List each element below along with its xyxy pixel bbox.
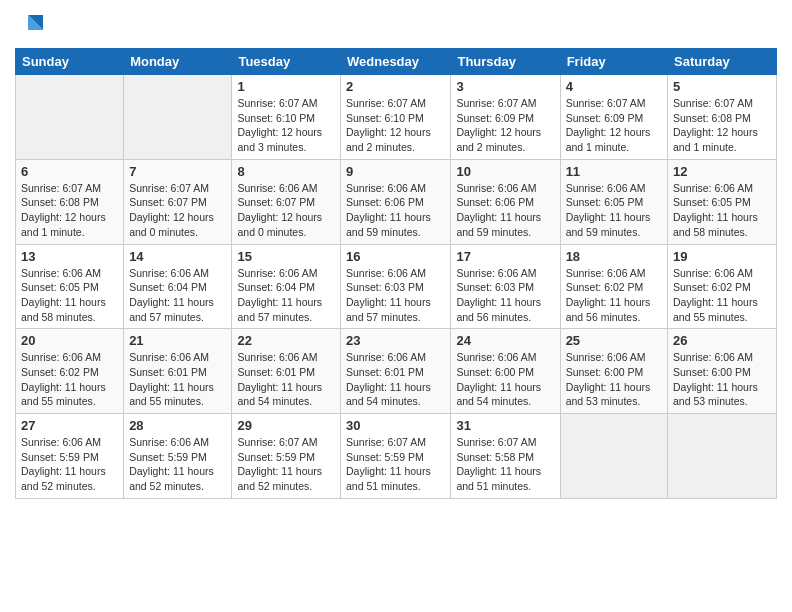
day-info: Sunrise: 6:06 AM Sunset: 6:05 PM Dayligh… bbox=[21, 266, 118, 325]
day-number: 24 bbox=[456, 333, 554, 348]
day-number: 31 bbox=[456, 418, 554, 433]
day-info: Sunrise: 6:06 AM Sunset: 6:00 PM Dayligh… bbox=[456, 350, 554, 409]
day-info: Sunrise: 6:07 AM Sunset: 5:59 PM Dayligh… bbox=[237, 435, 335, 494]
day-info: Sunrise: 6:07 AM Sunset: 6:10 PM Dayligh… bbox=[346, 96, 445, 155]
calendar-cell: 13Sunrise: 6:06 AM Sunset: 6:05 PM Dayli… bbox=[16, 244, 124, 329]
calendar-cell: 14Sunrise: 6:06 AM Sunset: 6:04 PM Dayli… bbox=[124, 244, 232, 329]
calendar-cell bbox=[124, 75, 232, 160]
day-info: Sunrise: 6:06 AM Sunset: 6:02 PM Dayligh… bbox=[673, 266, 771, 325]
day-info: Sunrise: 6:06 AM Sunset: 6:02 PM Dayligh… bbox=[21, 350, 118, 409]
header-saturday: Saturday bbox=[668, 49, 777, 75]
calendar-week-5: 27Sunrise: 6:06 AM Sunset: 5:59 PM Dayli… bbox=[16, 414, 777, 499]
day-number: 20 bbox=[21, 333, 118, 348]
day-number: 9 bbox=[346, 164, 445, 179]
day-number: 3 bbox=[456, 79, 554, 94]
day-info: Sunrise: 6:07 AM Sunset: 5:59 PM Dayligh… bbox=[346, 435, 445, 494]
day-number: 12 bbox=[673, 164, 771, 179]
day-info: Sunrise: 6:06 AM Sunset: 6:01 PM Dayligh… bbox=[237, 350, 335, 409]
day-number: 18 bbox=[566, 249, 662, 264]
day-info: Sunrise: 6:06 AM Sunset: 6:04 PM Dayligh… bbox=[129, 266, 226, 325]
calendar-cell: 10Sunrise: 6:06 AM Sunset: 6:06 PM Dayli… bbox=[451, 159, 560, 244]
day-number: 16 bbox=[346, 249, 445, 264]
calendar-cell: 21Sunrise: 6:06 AM Sunset: 6:01 PM Dayli… bbox=[124, 329, 232, 414]
day-info: Sunrise: 6:06 AM Sunset: 5:59 PM Dayligh… bbox=[129, 435, 226, 494]
calendar-cell: 9Sunrise: 6:06 AM Sunset: 6:06 PM Daylig… bbox=[341, 159, 451, 244]
header-monday: Monday bbox=[124, 49, 232, 75]
calendar-cell: 5Sunrise: 6:07 AM Sunset: 6:08 PM Daylig… bbox=[668, 75, 777, 160]
calendar-cell: 20Sunrise: 6:06 AM Sunset: 6:02 PM Dayli… bbox=[16, 329, 124, 414]
calendar-cell: 16Sunrise: 6:06 AM Sunset: 6:03 PM Dayli… bbox=[341, 244, 451, 329]
day-number: 28 bbox=[129, 418, 226, 433]
day-number: 27 bbox=[21, 418, 118, 433]
calendar-table: SundayMondayTuesdayWednesdayThursdayFrid… bbox=[15, 48, 777, 499]
calendar-cell: 8Sunrise: 6:06 AM Sunset: 6:07 PM Daylig… bbox=[232, 159, 341, 244]
day-number: 22 bbox=[237, 333, 335, 348]
calendar-cell: 22Sunrise: 6:06 AM Sunset: 6:01 PM Dayli… bbox=[232, 329, 341, 414]
calendar-cell: 29Sunrise: 6:07 AM Sunset: 5:59 PM Dayli… bbox=[232, 414, 341, 499]
calendar-cell: 17Sunrise: 6:06 AM Sunset: 6:03 PM Dayli… bbox=[451, 244, 560, 329]
header-sunday: Sunday bbox=[16, 49, 124, 75]
day-info: Sunrise: 6:06 AM Sunset: 6:07 PM Dayligh… bbox=[237, 181, 335, 240]
header-wednesday: Wednesday bbox=[341, 49, 451, 75]
day-number: 19 bbox=[673, 249, 771, 264]
day-number: 23 bbox=[346, 333, 445, 348]
day-info: Sunrise: 6:06 AM Sunset: 6:00 PM Dayligh… bbox=[673, 350, 771, 409]
day-info: Sunrise: 6:07 AM Sunset: 6:09 PM Dayligh… bbox=[566, 96, 662, 155]
day-number: 4 bbox=[566, 79, 662, 94]
day-info: Sunrise: 6:06 AM Sunset: 6:05 PM Dayligh… bbox=[566, 181, 662, 240]
day-info: Sunrise: 6:06 AM Sunset: 6:03 PM Dayligh… bbox=[346, 266, 445, 325]
calendar-cell bbox=[668, 414, 777, 499]
calendar-cell: 31Sunrise: 6:07 AM Sunset: 5:58 PM Dayli… bbox=[451, 414, 560, 499]
calendar-cell: 1Sunrise: 6:07 AM Sunset: 6:10 PM Daylig… bbox=[232, 75, 341, 160]
day-info: Sunrise: 6:06 AM Sunset: 6:06 PM Dayligh… bbox=[346, 181, 445, 240]
calendar-week-3: 13Sunrise: 6:06 AM Sunset: 6:05 PM Dayli… bbox=[16, 244, 777, 329]
day-info: Sunrise: 6:06 AM Sunset: 6:02 PM Dayligh… bbox=[566, 266, 662, 325]
calendar-cell: 15Sunrise: 6:06 AM Sunset: 6:04 PM Dayli… bbox=[232, 244, 341, 329]
day-info: Sunrise: 6:06 AM Sunset: 5:59 PM Dayligh… bbox=[21, 435, 118, 494]
calendar-cell: 2Sunrise: 6:07 AM Sunset: 6:10 PM Daylig… bbox=[341, 75, 451, 160]
day-number: 13 bbox=[21, 249, 118, 264]
calendar-cell: 25Sunrise: 6:06 AM Sunset: 6:00 PM Dayli… bbox=[560, 329, 667, 414]
day-info: Sunrise: 6:07 AM Sunset: 6:07 PM Dayligh… bbox=[129, 181, 226, 240]
day-number: 7 bbox=[129, 164, 226, 179]
calendar-cell: 24Sunrise: 6:06 AM Sunset: 6:00 PM Dayli… bbox=[451, 329, 560, 414]
day-info: Sunrise: 6:06 AM Sunset: 6:06 PM Dayligh… bbox=[456, 181, 554, 240]
header-thursday: Thursday bbox=[451, 49, 560, 75]
calendar-cell: 3Sunrise: 6:07 AM Sunset: 6:09 PM Daylig… bbox=[451, 75, 560, 160]
day-number: 14 bbox=[129, 249, 226, 264]
day-number: 17 bbox=[456, 249, 554, 264]
calendar-week-2: 6Sunrise: 6:07 AM Sunset: 6:08 PM Daylig… bbox=[16, 159, 777, 244]
day-info: Sunrise: 6:06 AM Sunset: 6:05 PM Dayligh… bbox=[673, 181, 771, 240]
header-tuesday: Tuesday bbox=[232, 49, 341, 75]
day-info: Sunrise: 6:07 AM Sunset: 6:10 PM Dayligh… bbox=[237, 96, 335, 155]
day-number: 26 bbox=[673, 333, 771, 348]
calendar-cell: 26Sunrise: 6:06 AM Sunset: 6:00 PM Dayli… bbox=[668, 329, 777, 414]
logo bbox=[15, 10, 48, 40]
calendar-header-row: SundayMondayTuesdayWednesdayThursdayFrid… bbox=[16, 49, 777, 75]
calendar-cell: 27Sunrise: 6:06 AM Sunset: 5:59 PM Dayli… bbox=[16, 414, 124, 499]
day-number: 5 bbox=[673, 79, 771, 94]
day-number: 30 bbox=[346, 418, 445, 433]
day-number: 29 bbox=[237, 418, 335, 433]
calendar-week-4: 20Sunrise: 6:06 AM Sunset: 6:02 PM Dayli… bbox=[16, 329, 777, 414]
calendar-cell bbox=[560, 414, 667, 499]
calendar-cell: 12Sunrise: 6:06 AM Sunset: 6:05 PM Dayli… bbox=[668, 159, 777, 244]
calendar-cell: 23Sunrise: 6:06 AM Sunset: 6:01 PM Dayli… bbox=[341, 329, 451, 414]
calendar-cell: 19Sunrise: 6:06 AM Sunset: 6:02 PM Dayli… bbox=[668, 244, 777, 329]
day-info: Sunrise: 6:06 AM Sunset: 6:04 PM Dayligh… bbox=[237, 266, 335, 325]
day-number: 11 bbox=[566, 164, 662, 179]
calendar-cell: 18Sunrise: 6:06 AM Sunset: 6:02 PM Dayli… bbox=[560, 244, 667, 329]
day-number: 8 bbox=[237, 164, 335, 179]
calendar-cell: 7Sunrise: 6:07 AM Sunset: 6:07 PM Daylig… bbox=[124, 159, 232, 244]
day-info: Sunrise: 6:06 AM Sunset: 6:01 PM Dayligh… bbox=[129, 350, 226, 409]
day-number: 10 bbox=[456, 164, 554, 179]
day-number: 15 bbox=[237, 249, 335, 264]
header-friday: Friday bbox=[560, 49, 667, 75]
day-number: 2 bbox=[346, 79, 445, 94]
page-container: SundayMondayTuesdayWednesdayThursdayFrid… bbox=[0, 0, 792, 509]
calendar-cell: 4Sunrise: 6:07 AM Sunset: 6:09 PM Daylig… bbox=[560, 75, 667, 160]
header bbox=[15, 10, 777, 40]
day-info: Sunrise: 6:06 AM Sunset: 6:00 PM Dayligh… bbox=[566, 350, 662, 409]
calendar-cell: 6Sunrise: 6:07 AM Sunset: 6:08 PM Daylig… bbox=[16, 159, 124, 244]
day-info: Sunrise: 6:07 AM Sunset: 6:09 PM Dayligh… bbox=[456, 96, 554, 155]
